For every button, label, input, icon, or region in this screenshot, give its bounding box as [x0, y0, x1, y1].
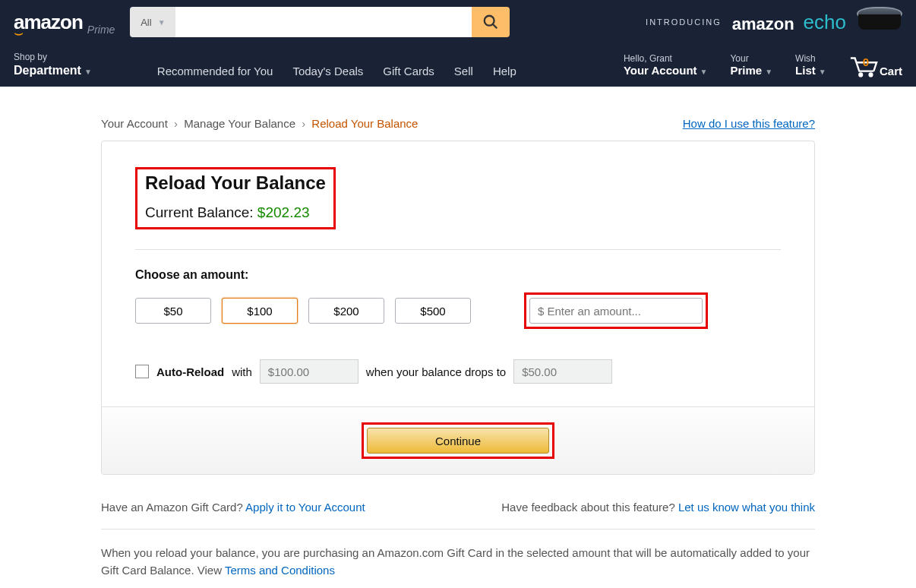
highlight-continue: Continue [362, 422, 554, 459]
amount-100-button[interactable]: $100 [222, 298, 298, 324]
cart-count: 0 [863, 55, 869, 68]
shop-by-department[interactable]: Shop by Department▼ [14, 52, 92, 77]
apply-gift-card-link[interactable]: Apply it to Your Account [245, 501, 365, 514]
chevron-down-icon: ▼ [819, 68, 826, 76]
svg-point-3 [869, 74, 872, 77]
amount-500-button[interactable]: $500 [395, 298, 471, 324]
continue-button[interactable]: Continue [367, 428, 549, 454]
auto-reload-threshold-input[interactable] [513, 359, 612, 384]
crumb-your-account[interactable]: Your Account [101, 117, 168, 130]
auto-reload-label: Auto-Reload [156, 365, 224, 378]
choose-amount-label: Choose an amount: [135, 268, 781, 282]
search-category-dropdown[interactable]: All ▼ [130, 7, 175, 37]
nav-recommended[interactable]: Recommended for You [157, 65, 273, 77]
site-header: amazon ⌣ Prime All ▼ INTRODUCING amazon … [0, 0, 916, 87]
auto-reload-amount-input[interactable] [260, 359, 359, 384]
nav-links: Recommended for You Today's Deals Gift C… [157, 65, 516, 77]
svg-point-0 [485, 16, 494, 26]
search-icon [482, 14, 499, 30]
chevron-down-icon: ▼ [84, 68, 92, 76]
terms-link[interactable]: Terms and Conditions [225, 564, 335, 577]
nav-sell[interactable]: Sell [454, 65, 473, 77]
feedback-link[interactable]: Let us know what you think [678, 501, 815, 514]
breadcrumb: Your Account › Manage Your Balance › Rel… [101, 117, 815, 130]
nav-help[interactable]: Help [493, 65, 516, 77]
cart-button[interactable]: 0 Cart [849, 55, 902, 77]
svg-point-2 [859, 74, 862, 77]
echo-promo[interactable]: INTRODUCING amazon echo [646, 7, 902, 37]
your-account-menu[interactable]: Hello, Grant Your Account▼ [624, 53, 708, 77]
balance-value: $202.23 [257, 204, 310, 220]
highlight-balance: Reload Your Balance Current Balance: $20… [135, 167, 336, 229]
svg-line-1 [493, 24, 497, 29]
your-prime-menu[interactable]: Your Prime▼ [730, 53, 772, 77]
search-button[interactable] [472, 7, 510, 37]
crumb-reload-balance: Reload Your Balance [311, 117, 418, 130]
legal-text: When you reload your balance, you are pu… [101, 529, 815, 579]
highlight-custom-amount [524, 292, 708, 329]
custom-amount-input[interactable] [529, 298, 703, 324]
nav-gift-cards[interactable]: Gift Cards [383, 65, 434, 77]
crumb-manage-balance[interactable]: Manage Your Balance [184, 117, 295, 130]
chevron-down-icon: ▼ [158, 18, 166, 27]
reload-balance-card: Reload Your Balance Current Balance: $20… [101, 141, 815, 475]
balance-label: Current Balance: [145, 204, 257, 220]
search-bar: All ▼ [130, 7, 510, 37]
page-title: Reload Your Balance [145, 172, 326, 194]
chevron-down-icon: ▼ [700, 68, 708, 76]
wish-list-menu[interactable]: Wish List▼ [795, 53, 826, 77]
amazon-logo[interactable]: amazon ⌣ Prime [14, 11, 115, 34]
how-to-use-link[interactable]: How do I use this feature? [683, 117, 815, 130]
amount-200-button[interactable]: $200 [308, 298, 384, 324]
echo-device-image [857, 7, 902, 37]
nav-todays-deals[interactable]: Today's Deals [292, 65, 363, 77]
amount-50-button[interactable]: $50 [135, 298, 211, 324]
prime-badge: Prime [87, 24, 115, 36]
search-input[interactable] [175, 7, 472, 37]
auto-reload-checkbox[interactable] [135, 365, 149, 378]
chevron-down-icon: ▼ [765, 68, 772, 76]
main-content: Your Account › Manage Your Balance › Rel… [101, 117, 815, 579]
